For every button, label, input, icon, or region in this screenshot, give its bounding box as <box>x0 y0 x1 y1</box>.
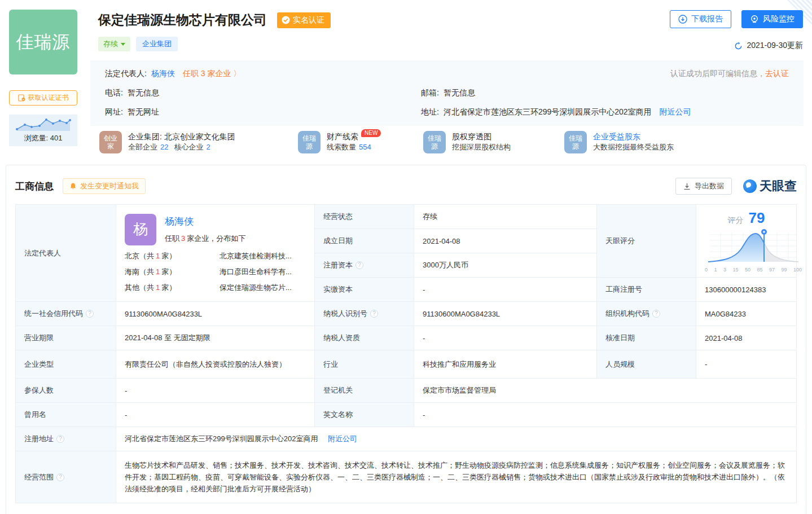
promo-card-equity-lines: 股权穿透图 挖掘深层股权结构 <box>452 131 511 153</box>
rep-head: 杨 杨海侠 任职3家企业，分布如下 <box>125 214 306 245</box>
jiaruiyuan-icon: 佳瑞 源 <box>423 131 446 153</box>
company-logo: 佳瑞源 <box>9 10 77 74</box>
check-badge-icon <box>282 16 290 24</box>
all-companies-count[interactable]: 22 <box>160 143 168 151</box>
get-cert-label: 获取认证证书 <box>28 93 69 103</box>
rep-avatar[interactable]: 杨 <box>125 214 156 245</box>
get-cert-button[interactable]: 获取认证证书 <box>9 90 77 106</box>
icon-text: 佳瑞 <box>569 134 582 142</box>
dist-company-link[interactable]: 保定佳瑞源生物芯片... <box>220 283 292 293</box>
distribution-row: 其他（共1家） 保定佳瑞源生物芯片... <box>125 283 306 293</box>
risk-monitor-label: 风险监控 <box>763 14 795 24</box>
views-sparkline <box>14 116 73 133</box>
core-companies-count[interactable]: 2 <box>206 143 210 151</box>
section-title: 工商信息 <box>15 180 54 193</box>
beneficiary-subtitle: 大数据挖掘最终受益股东 <box>593 142 674 152</box>
dist-region: 其他（共1家） <box>125 283 220 293</box>
promo-card-clues[interactable]: 佳瑞 源 财产线索NEW 线索数量554 <box>298 131 423 153</box>
company-type-value-cell: 有限责任公司（非自然人投资或控股的法人独资） <box>116 350 315 379</box>
chevron-down-icon <box>121 43 125 46</box>
staff-label-cell: 人员规模 <box>597 350 696 379</box>
tianyancha-eye-icon <box>743 179 757 193</box>
icon-text: 佳瑞 <box>302 134 316 142</box>
all-companies-label: 全部企业 <box>128 143 157 151</box>
risk-monitor-button[interactable]: 风险监控 <box>741 10 803 28</box>
help-icon[interactable]: ? <box>86 310 94 318</box>
download-report-button[interactable]: 下载报告 <box>670 10 731 28</box>
legal-rep-name-link[interactable]: 杨海侠 <box>151 68 175 79</box>
score-value: 79 <box>749 209 765 226</box>
scope-value-cell: 生物芯片技术和产品研发、销售；技术服务、技术开发、技术咨询、技术交流、技术转让、… <box>116 451 797 503</box>
help-icon[interactable]: ? <box>370 310 378 318</box>
promo-card-group[interactable]: 创业 家 企业集团: 北京创业家文化集团 全部企业22核心企业2 <box>99 131 298 153</box>
en-name-label-cell: 英文名称 <box>315 403 414 427</box>
legal-rep-value-cell: 杨 杨海侠 任职3家企业，分布如下 北京（共1家） 北京建英佳检测科技... <box>116 205 315 302</box>
business-info-header-right: 导出数据 天眼查 <box>675 178 797 195</box>
score-label-cell: 天眼评分 <box>597 205 696 278</box>
clues-stats: 线索数量554 <box>327 142 381 152</box>
tianyancha-logo-text: 天眼查 <box>760 178 797 195</box>
verified-badge[interactable]: 实名认证 <box>277 12 331 28</box>
business-info-table: 法定代表人 杨 杨海侠 任职3家企业，分布如下 北京（共1家） 北京建英 <box>15 204 797 503</box>
est-date-label-cell: 成立日期 <box>315 229 414 253</box>
page-title: 保定佳瑞源生物芯片有限公司 <box>98 11 267 29</box>
reg-no-label-cell: 工商注册号 <box>597 278 696 302</box>
group-title: 企业集团: 北京创业家文化集团 <box>128 132 235 142</box>
reg-address-text: 河北省保定市莲池区东三环299号深圳园展示中心202室商用 <box>125 434 318 443</box>
en-name-value-cell: - <box>414 403 797 427</box>
refresh-icon[interactable] <box>734 42 743 50</box>
rep-companies-link[interactable]: 任职 3 家企业 〉 <box>183 68 241 79</box>
term-label-cell: 营业期限 <box>16 326 116 350</box>
help-icon[interactable]: ? <box>56 473 64 481</box>
promo-card-beneficiary[interactable]: 佳瑞 源 企业受益股东 大数据挖掘最终受益股东 <box>564 131 674 153</box>
website-field: 网址: 暂无网址 <box>105 106 421 117</box>
equity-subtitle: 挖掘深层股权结构 <box>452 142 511 152</box>
status-tag[interactable]: 存续 <box>98 37 130 51</box>
group-tag[interactable]: 企业集团 <box>136 37 178 51</box>
dist-company-link[interactable]: 海口彦田生命科学有... <box>220 267 292 277</box>
credit-code-label-cell: 统一社会信用代码? <box>16 302 116 326</box>
legal-rep-label: 法定代表人: <box>105 68 147 79</box>
chevron-right-icon: 〉 <box>233 69 241 78</box>
tax-qual-label-cell: 纳税人资质 <box>315 326 414 350</box>
paid-capital-label-cell: 实缴资本 <box>315 278 414 302</box>
auth-hint-text: 认证成功后即可编辑信息， <box>670 69 765 78</box>
email-value: 暂无信息 <box>444 87 475 98</box>
icon-text: 家 <box>107 142 114 150</box>
score-axis: 0131550859799100 <box>705 267 802 273</box>
group-stats: 全部企业22核心企业2 <box>128 142 235 152</box>
clues-title: 财产线索 <box>327 132 358 141</box>
authority-value-cell: 保定市市场监督管理局 <box>414 379 797 403</box>
address-label: 地址: <box>421 106 439 117</box>
score-caption-row: 评分79 <box>705 209 788 227</box>
promo-row: 创业 家 企业集团: 北京创业家文化集团 全部企业22核心企业2 佳瑞 源 财产… <box>99 131 804 153</box>
notify-change-button[interactable]: 发生变更时通知我 <box>63 178 146 194</box>
clues-count[interactable]: 554 <box>359 143 371 151</box>
rep-sub-post: 家企业，分布如下 <box>187 234 245 243</box>
rep-name-link[interactable]: 杨海侠 <box>165 215 245 228</box>
help-icon[interactable]: ? <box>652 310 660 318</box>
company-logo-text: 佳瑞源 <box>16 30 71 54</box>
promo-card-equity[interactable]: 佳瑞 源 股权穿透图 挖掘深层股权结构 <box>423 131 564 153</box>
help-icon[interactable]: ? <box>355 261 363 269</box>
nearby-companies-link[interactable]: 附近公司 <box>328 434 357 443</box>
reg-address-label-cell: 注册地址? <box>16 427 116 451</box>
download-icon <box>678 15 687 24</box>
web-address-row: 网址: 暂无网址 地址: 河北省保定市莲池区东三环299号深圳园展示中心202室… <box>105 106 789 117</box>
scope-label-cell: 经营范围? <box>16 451 116 503</box>
former-name-value-cell: - <box>116 403 315 427</box>
help-icon[interactable]: ? <box>56 435 64 443</box>
tianyancha-logo: 天眼查 <box>743 178 797 195</box>
phone-field: 电话: 暂无信息 <box>105 87 421 98</box>
authority-label-cell: 登记机关 <box>315 379 414 403</box>
export-data-button[interactable]: 导出数据 <box>675 178 732 195</box>
dist-region: 海南（共1家） <box>125 267 220 277</box>
dist-company-link[interactable]: 北京建英佳检测科技... <box>220 251 292 261</box>
phone-value: 暂无信息 <box>128 87 159 98</box>
address-value: 河北省保定市莲池区东三环299号深圳园展示中心202室商用 <box>444 106 652 117</box>
nearby-companies-link[interactable]: 附近公司 <box>660 106 691 117</box>
verified-badge-label: 实名认证 <box>293 15 324 25</box>
industry-label-cell: 行业 <box>315 350 414 379</box>
go-verify-link[interactable]: 去认证 <box>765 69 789 78</box>
beneficiary-title-link[interactable]: 企业受益股东 <box>593 132 674 142</box>
